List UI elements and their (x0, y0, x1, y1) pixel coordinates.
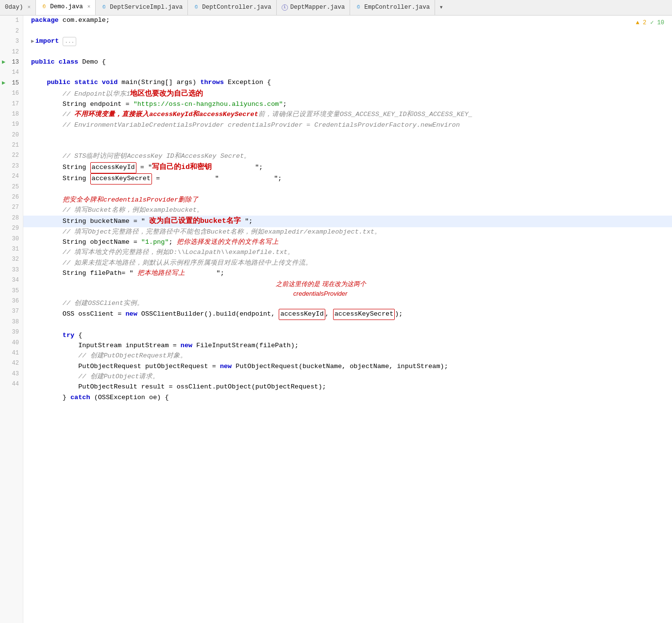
run-button-13[interactable]: ▶ (2, 58, 5, 67)
code-line-20 (23, 131, 672, 141)
tab-demo[interactable]: © Demo.java × (36, 0, 96, 16)
gutter-35: 35 (0, 286, 23, 296)
tab-demo-label: Demo.java (50, 2, 83, 12)
gutter-23: 23 (0, 161, 23, 171)
gutter-24: 24 (0, 171, 23, 182)
gutter-43: 43 (0, 369, 23, 379)
code-line-38: try { (23, 331, 672, 341)
gutter-40: 40 (0, 337, 23, 348)
gutter-17: 17 (0, 99, 23, 109)
gutter-2: 2 (0, 26, 23, 36)
gutter-16: 16 (0, 88, 23, 99)
code-line-32: // 如果未指定本地路径，则默认从示例程序所属项目对应本地路径中上传文件流。 (23, 258, 672, 269)
tab-prev-close[interactable]: × (28, 3, 31, 12)
gutter-25: 25 (0, 182, 23, 192)
code-line-33: String filePath= " 把本地路径写上 "; (23, 269, 672, 279)
code-line-23: String accessKeyId = " 写自己的id和密钥 "; (23, 162, 672, 173)
gutter-3: 3 (0, 36, 23, 47)
code-line-25 (23, 185, 672, 195)
gutter-41: 41 (0, 348, 23, 358)
code-line-44: } catch (OSSException oe) { (23, 393, 672, 403)
tab-deptcontroller-label: DeptController.java (202, 3, 271, 12)
ok-indicator: ✓ 10 (650, 18, 664, 28)
gutter-18: 18 (0, 109, 23, 119)
gutter-44: 44 (0, 379, 23, 389)
editor: 1 2 3 12 ▶13 14 ▶15 16 17 18 19 20 21 22… (0, 16, 672, 623)
code-line-22: // STS临时访问密钥AccessKey ID和AccessKey Secre… (23, 152, 672, 162)
code-line-3: ▶ import ... (23, 36, 672, 47)
boxed-accesskeysecret: accessKeySecret (90, 173, 152, 185)
code-line-37 (23, 320, 672, 330)
code-line-30: String objectName = "1.png"; 把你选择发送的文件的文… (23, 237, 672, 248)
code-line-17: String endpoint = "https://oss-cn-hangzh… (23, 100, 672, 110)
gutter-29: 29 (0, 223, 23, 234)
code-area[interactable]: ▲ 2 ✓ 10 package com.example; ▶ import .… (23, 16, 672, 623)
tab-prev-label: 0day) (5, 3, 23, 12)
code-line-26: 把安全令牌和credentialsProvider删除了 (23, 195, 672, 205)
tab-more-button[interactable]: ▾ (435, 2, 447, 13)
gutter-13: ▶13 (0, 57, 23, 67)
tab-deptservice[interactable]: © DeptServiceImpl.java (96, 0, 188, 16)
code-line-41: PutObjectRequest putObjectRequest = new … (23, 362, 672, 372)
code-line-29: // 填写Object完整路径，完整路径中不能包含Bucket名称，例如exam… (23, 227, 672, 237)
gutter-1: 1 (0, 16, 23, 26)
code-line-43: PutObjectResult result = ossClient.putOb… (23, 382, 672, 392)
gutter-38: 38 (0, 317, 23, 327)
code-line-31: // 填写本地文件的完整路径，例如D:\\Localpath\\examplef… (23, 248, 672, 258)
tab-deptmapper-icon: i (282, 4, 288, 11)
code-line-12 (23, 47, 672, 57)
gutter-34: 34 (0, 275, 23, 286)
boxed-accesskeyid: accessKeyId (90, 162, 136, 173)
code-line-39: InputStream inputStream = new FileInputS… (23, 341, 672, 351)
run-button-15[interactable]: ▶ (2, 79, 5, 88)
code-line-1: package com.example; (23, 16, 672, 26)
gutter-20: 20 (0, 130, 23, 140)
code-line-2 (23, 26, 672, 36)
code-line-24: String accessKeySecret = " "; (23, 173, 672, 185)
code-line-13: public class Demo { (23, 57, 672, 67)
gutter-30: 30 (0, 234, 23, 244)
tab-empcontroller-label: EmpController.java (364, 3, 430, 12)
gutter-39: 39 (0, 327, 23, 337)
gutter-19: 19 (0, 119, 23, 130)
boxed-accesskeyid-36: accessKeyId (279, 309, 325, 320)
gutter-21: 21 (0, 140, 23, 151)
tab-prev[interactable]: 0day) × (0, 0, 36, 16)
code-line-42: // 创建PutObject请求。 (23, 372, 672, 382)
gutter-12: 12 (0, 47, 23, 57)
tab-deptservice-icon: © (101, 4, 107, 11)
warning-indicator: ▲ 2 (636, 18, 647, 28)
gutter: 1 2 3 12 ▶13 14 ▶15 16 17 18 19 20 21 22… (0, 16, 23, 623)
gutter-36: 36 (0, 296, 23, 306)
tab-empcontroller[interactable]: © EmpController.java (350, 0, 435, 16)
code-line-27: // 填写Bucket名称，例如examplebucket。 (23, 205, 672, 216)
tab-deptcontroller-icon: © (193, 4, 200, 11)
code-line-14 (23, 67, 672, 78)
tab-demo-icon: © (41, 4, 48, 11)
tab-deptmapper[interactable]: i DeptMapper.java (277, 0, 351, 16)
gutter-37: 37 (0, 306, 23, 317)
import-collapsed[interactable]: ... (63, 37, 76, 46)
code-line-21 (23, 141, 672, 152)
boxed-accesskeysecret-36: accessKeySecret (333, 309, 395, 320)
gutter-14: 14 (0, 67, 23, 78)
gutter-26: 26 (0, 192, 23, 202)
tab-bar: 0day) × © Demo.java × © DeptServiceImpl.… (0, 0, 672, 16)
gutter-42: 42 (0, 358, 23, 369)
code-line-35: // 创建OSSClient实例。 (23, 299, 672, 309)
code-line-36: OSS ossClient = new OSSClientBuilder().b… (23, 309, 672, 320)
gutter-15: ▶15 (0, 78, 23, 88)
fold-arrow-3[interactable]: ▶ (31, 37, 34, 46)
tab-deptservice-label: DeptServiceImpl.java (110, 3, 183, 12)
gutter-28: 28 (0, 213, 23, 223)
tab-deptmapper-label: DeptMapper.java (290, 3, 345, 12)
gutter-33: 33 (0, 265, 23, 275)
tab-deptcontroller[interactable]: © DeptController.java (188, 0, 277, 16)
code-line-15: public static void main(String[] args) t… (23, 78, 672, 88)
gutter-27: 27 (0, 202, 23, 213)
code-line-16: // Endpoint以华东1 地区也要改为自己选的 (23, 88, 672, 100)
code-line-18: // 不用环境变量，直接嵌入accessKeyId和accessKeySecre… (23, 110, 672, 120)
tab-demo-close[interactable]: × (87, 3, 91, 11)
code-line-28: String bucketName = " 改为自己设置的bucket名字 "; (23, 216, 672, 227)
tab-empcontroller-icon: © (355, 4, 362, 11)
